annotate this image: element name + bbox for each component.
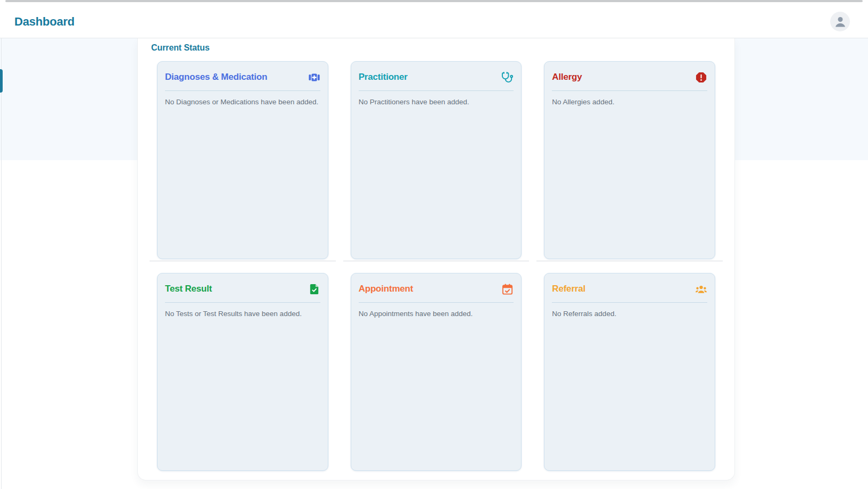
content-panel: Current Status Diagnoses & Medication	[137, 38, 735, 480]
window-top-edge	[5, 0, 863, 2]
card-empty-text: No Referrals added.	[552, 309, 707, 319]
row-divider	[343, 261, 530, 261]
card-divider	[359, 90, 514, 91]
page-title: Dashboard	[14, 15, 75, 29]
card-header: Diagnoses & Medication	[165, 70, 320, 85]
card-allergy[interactable]: Allergy No Allergies added.	[544, 61, 715, 259]
card-header: Practitioner	[359, 70, 514, 85]
card-empty-text: No Tests or Test Results have been added…	[165, 309, 320, 319]
row-divider	[536, 261, 723, 261]
users-icon	[695, 283, 707, 295]
row-divider	[150, 261, 336, 261]
card-diagnoses-medication[interactable]: Diagnoses & Medication No Diagnoses or M…	[157, 61, 328, 259]
card-divider	[165, 302, 320, 303]
document-check-icon	[308, 283, 320, 295]
card-header: Allergy	[552, 70, 707, 85]
card-referral[interactable]: Referral No Referrals added.	[544, 273, 715, 471]
card-divider	[552, 302, 707, 303]
card-title: Referral	[552, 284, 585, 294]
card-empty-text: No Diagnoses or Medications have been ad…	[165, 97, 320, 107]
card-title: Practitioner	[359, 72, 408, 82]
card-practitioner[interactable]: Practitioner No Practitioners have been …	[351, 61, 522, 259]
card-header: Appointment	[359, 281, 514, 296]
column-1: Test Result No Tests or Test Results hav…	[150, 273, 336, 471]
section-title: Current Status	[151, 43, 723, 53]
card-grid: Diagnoses & Medication No Diagnoses or M…	[150, 61, 723, 471]
column-3: Allergy No Allergies added.	[536, 61, 723, 261]
card-title: Diagnoses & Medication	[165, 72, 267, 82]
column-2: Practitioner No Practitioners have been …	[343, 61, 530, 261]
card-test-result[interactable]: Test Result No Tests or Test Results hav…	[157, 273, 328, 471]
card-title: Allergy	[552, 72, 582, 82]
user-avatar-button[interactable]	[830, 12, 850, 31]
card-divider	[359, 302, 514, 303]
alert-octagon-icon	[695, 71, 707, 84]
user-icon	[832, 14, 848, 30]
card-empty-text: No Appointments have been added.	[359, 309, 514, 319]
calendar-check-icon	[501, 283, 514, 295]
stethoscope-icon	[501, 71, 514, 84]
header: Dashboard	[0, 0, 868, 38]
card-title: Test Result	[165, 284, 212, 294]
active-nav-indicator	[0, 69, 3, 93]
sidebar-edge-line	[1, 38, 2, 489]
card-empty-text: No Allergies added.	[552, 97, 707, 107]
card-header: Referral	[552, 281, 707, 296]
first-aid-kit-icon	[308, 71, 320, 84]
card-appointment[interactable]: Appointment No Appointments have been ad…	[351, 273, 522, 471]
card-divider	[165, 90, 320, 91]
card-title: Appointment	[359, 284, 414, 294]
column-3: Referral No Referrals added.	[536, 273, 723, 471]
card-empty-text: No Practitioners have been added.	[359, 97, 514, 107]
column-2: Appointment No Appointments have been ad…	[343, 273, 530, 471]
card-header: Test Result	[165, 281, 320, 296]
card-divider	[552, 90, 707, 91]
column-1: Diagnoses & Medication No Diagnoses or M…	[150, 61, 336, 261]
